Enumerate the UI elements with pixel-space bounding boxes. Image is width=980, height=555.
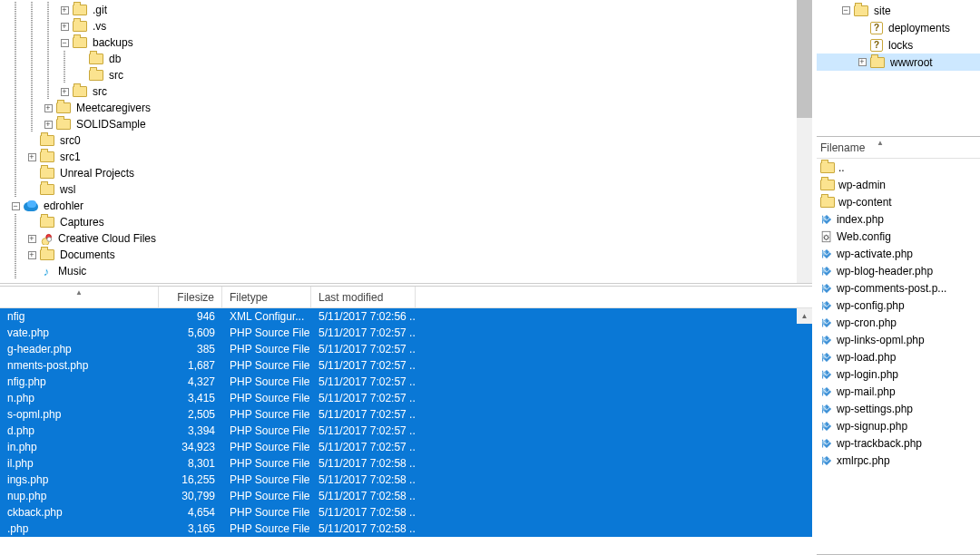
file-row[interactable]: nup.php30,799PHP Source File5/11/2017 7:…: [0, 488, 812, 504]
file-row[interactable]: wp-signup.php: [813, 417, 980, 434]
tree-row[interactable]: +src1: [0, 149, 812, 165]
col-filetype[interactable]: Filetype: [222, 287, 311, 307]
tree-scroll-thumb[interactable]: [797, 0, 812, 118]
file-row[interactable]: wp-admin: [813, 176, 980, 193]
expand-toggle[interactable]: +: [56, 2, 73, 18]
expand-toggle[interactable]: +: [56, 18, 73, 34]
file-row[interactable]: wp-settings.php: [813, 400, 980, 417]
file-name-cell: il.php: [0, 455, 159, 472]
file-row[interactable]: wp-mail.php: [813, 383, 980, 400]
php-file-icon: [820, 299, 833, 312]
file-size-cell: 4,654: [159, 504, 222, 521]
expand-toggle[interactable]: +: [854, 54, 870, 71]
collapse-toggle[interactable]: −: [56, 34, 73, 51]
folder-icon: [40, 184, 54, 195]
tree-row[interactable]: +wwwroot: [812, 54, 980, 71]
col-filename[interactable]: ▲: [0, 287, 159, 307]
expand-toggle[interactable]: +: [40, 116, 56, 132]
scroll-up-button[interactable]: ▲: [797, 308, 812, 324]
file-row[interactable]: ..: [813, 159, 980, 176]
file-row[interactable]: wp-cron.php: [813, 314, 980, 331]
file-size-cell: 34,923: [159, 439, 222, 455]
remote-file-columns[interactable]: Filename ▲: [813, 137, 980, 159]
tree-row[interactable]: +.git: [0, 2, 812, 18]
file-row[interactable]: d.php3,394PHP Source File5/11/2017 7:02:…: [0, 423, 812, 439]
file-row[interactable]: nfig946XML Configur...5/11/2017 7:02:56 …: [0, 308, 812, 325]
file-row[interactable]: xmlrpc.php: [813, 452, 980, 469]
file-row[interactable]: in.php34,923PHP Source File5/11/2017 7:0…: [0, 439, 812, 455]
file-name-cell: d.php: [0, 423, 159, 439]
file-row[interactable]: wp-links-opml.php: [813, 331, 980, 348]
file-row[interactable]: vate.php5,609PHP Source File5/11/2017 7:…: [0, 325, 812, 341]
tree-row[interactable]: +SOLIDSample: [0, 116, 812, 132]
tree-row[interactable]: +Creative Cloud Files: [0, 230, 812, 247]
file-row[interactable]: il.php8,301PHP Source File5/11/2017 7:02…: [0, 455, 812, 472]
collapse-toggle[interactable]: −: [7, 198, 24, 214]
tree-row[interactable]: db: [0, 51, 812, 67]
folder-icon: [56, 102, 71, 113]
tree-row[interactable]: −site: [812, 2, 980, 19]
file-row[interactable]: index.php: [813, 210, 980, 228]
file-row[interactable]: wp-activate.php: [813, 245, 980, 262]
expand-toggle[interactable]: +: [24, 247, 40, 263]
file-row[interactable]: wp-config.php: [813, 297, 980, 314]
file-name-label: wp-load.php: [837, 351, 896, 364]
col-filetype-label: Filetype: [230, 291, 268, 304]
file-date-cell: 5/11/2017 7:02:58 ...: [311, 472, 416, 488]
file-row[interactable]: nments-post.php1,687PHP Source File5/11/…: [0, 357, 812, 374]
local-file-list[interactable]: ▲ nfig946XML Configur...5/11/2017 7:02:5…: [0, 308, 812, 537]
file-row[interactable]: Web.config: [813, 228, 980, 245]
tree-row[interactable]: src: [0, 67, 812, 83]
folder-icon: [73, 21, 87, 32]
local-directory-tree[interactable]: +.git+.vs−backupsdbsrc+src+Meetcaregiver…: [0, 0, 812, 279]
file-row[interactable]: ings.php16,255PHP Source File5/11/2017 7…: [0, 472, 812, 488]
tree-row[interactable]: +Meetcaregivers: [0, 100, 812, 116]
tree-scrollbar-v[interactable]: [797, 0, 812, 283]
remote-file-list[interactable]: ..wp-adminwp-contentindex.phpWeb.configw…: [813, 159, 980, 469]
remote-directory-tree[interactable]: −site?deployments?locks+wwwroot: [812, 0, 980, 71]
file-row[interactable]: wp-load.php: [813, 348, 980, 365]
col-lastmodified[interactable]: Last modified: [311, 287, 416, 307]
file-type-cell: PHP Source File: [222, 488, 311, 504]
file-date-cell: 5/11/2017 7:02:58 ...: [311, 455, 416, 472]
collapse-toggle[interactable]: −: [838, 3, 854, 19]
tree-row[interactable]: Captures: [0, 214, 812, 230]
file-date-cell: 5/11/2017 7:02:58 ...: [311, 488, 416, 504]
tree-row[interactable]: wsl: [0, 181, 812, 198]
col-filesize[interactable]: Filesize: [159, 287, 222, 307]
tree-row[interactable]: ?deployments: [812, 19, 980, 36]
tree-row[interactable]: −backups: [0, 34, 812, 51]
tree-row[interactable]: src0: [0, 132, 812, 149]
vertical-splitter[interactable]: [812, 0, 817, 555]
tree-row[interactable]: +Documents: [0, 247, 812, 263]
expand-toggle[interactable]: +: [24, 149, 40, 165]
tree-row[interactable]: +.vs: [0, 18, 812, 34]
file-row[interactable]: nfig.php4,327PHP Source File5/11/2017 7:…: [0, 374, 812, 390]
file-type-cell: PHP Source File: [222, 504, 311, 521]
local-file-columns[interactable]: ▲ Filesize Filetype Last modified: [0, 287, 812, 308]
file-row[interactable]: ckback.php4,654PHP Source File5/11/2017 …: [0, 504, 812, 521]
folder-icon: [40, 168, 54, 179]
file-row[interactable]: wp-blog-header.php: [813, 262, 980, 279]
expand-toggle[interactable]: +: [24, 230, 40, 247]
tree-row[interactable]: ?locks: [812, 36, 980, 54]
tree-row[interactable]: −edrohler: [0, 198, 812, 214]
expand-toggle[interactable]: +: [56, 83, 73, 100]
file-row[interactable]: g-header.php385PHP Source File5/11/2017 …: [0, 341, 812, 357]
file-row[interactable]: wp-trackback.php: [813, 434, 980, 452]
file-size-cell: 3,394: [159, 423, 222, 439]
tree-row[interactable]: Unreal Projects: [0, 165, 812, 181]
expand-toggle[interactable]: +: [40, 100, 56, 116]
file-row[interactable]: wp-content: [813, 193, 980, 210]
file-row[interactable]: .php3,165PHP Source File5/11/2017 7:02:5…: [0, 521, 812, 537]
file-row[interactable]: wp-login.php: [813, 365, 980, 383]
tree-item-label: wsl: [58, 183, 75, 196]
tree-row[interactable]: +src: [0, 83, 812, 100]
file-row[interactable]: wp-comments-post.p...: [813, 279, 980, 297]
file-row[interactable]: n.php3,415PHP Source File5/11/2017 7:02:…: [0, 390, 812, 406]
file-name-label: wp-trackback.php: [837, 437, 922, 450]
file-row[interactable]: s-opml.php2,505PHP Source File5/11/2017 …: [0, 406, 812, 423]
tree-row[interactable]: ♪Music: [0, 263, 812, 279]
tree-branch-icon: [24, 181, 40, 198]
folder-icon: [73, 37, 87, 48]
